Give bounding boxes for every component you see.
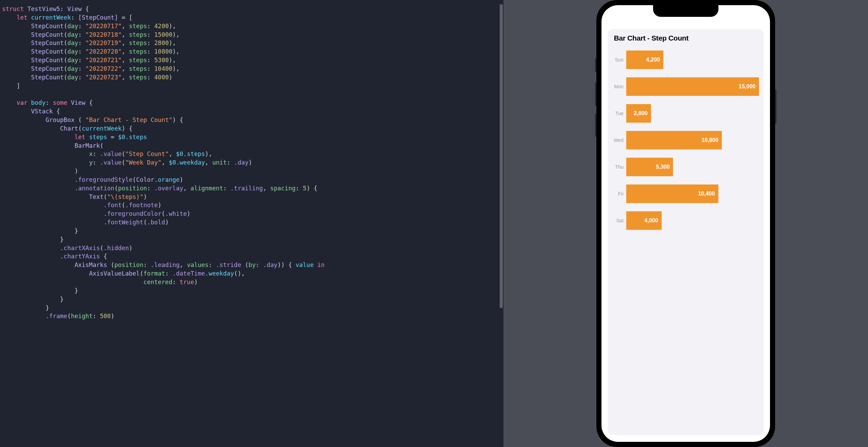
step-count-bar-chart: Sun4,200Mon15,000Tue2,800Wed10,800Thu5,3… xyxy=(612,48,759,230)
code-editor[interactable]: struct TestView5: View { let currentWeek… xyxy=(0,0,503,447)
bar-value-label: 10,800 xyxy=(702,137,718,143)
bar: 15,000 xyxy=(626,77,759,96)
bar: 5,300 xyxy=(626,158,673,176)
bar-track: 5,300 xyxy=(626,158,759,176)
y-axis-label: Wed xyxy=(612,137,626,143)
groupbox-title: Bar Chart - Step Count xyxy=(614,34,759,42)
chart-row: Tue2,800 xyxy=(612,104,759,123)
bar-track: 2,800 xyxy=(626,104,759,123)
device-power-button xyxy=(775,89,777,124)
bar: 2,800 xyxy=(626,104,651,123)
bar-value-label: 10,400 xyxy=(698,191,715,197)
editor-scrollbar[interactable] xyxy=(500,4,503,308)
device-volume-down xyxy=(595,113,596,137)
bar-track: 4,200 xyxy=(626,51,759,69)
bar-track: 10,400 xyxy=(626,185,759,203)
bar: 4,000 xyxy=(626,211,662,230)
y-axis-label: Sun xyxy=(612,57,626,63)
y-axis-label: Tue xyxy=(612,111,626,116)
y-axis-label: Sat xyxy=(612,218,626,223)
bar-track: 15,000 xyxy=(626,77,759,96)
y-axis-label: Thu xyxy=(612,164,626,170)
chart-row: Sun4,200 xyxy=(612,51,759,69)
device-screen: Bar Chart - Step Count Sun4,200Mon15,000… xyxy=(601,5,770,442)
bar-value-label: 2,800 xyxy=(634,110,648,116)
workspace: struct TestView5: View { let currentWeek… xyxy=(0,0,868,447)
iphone-device-frame: Bar Chart - Step Count Sun4,200Mon15,000… xyxy=(596,0,775,447)
bar-track: 10,800 xyxy=(626,131,759,149)
chart-groupbox: Bar Chart - Step Count Sun4,200Mon15,000… xyxy=(608,29,764,435)
bar-value-label: 4,000 xyxy=(644,217,658,224)
bar: 10,400 xyxy=(626,185,718,203)
app-content: Bar Chart - Step Count Sun4,200Mon15,000… xyxy=(601,5,770,442)
device-notch xyxy=(653,5,718,17)
chart-row: Mon15,000 xyxy=(612,77,759,96)
chart-row: Wed10,800 xyxy=(612,131,759,149)
chart-row: Sat4,000 xyxy=(612,211,759,230)
source-code[interactable]: struct TestView5: View { let currentWeek… xyxy=(2,5,497,321)
preview-pane: Bar Chart - Step Count Sun4,200Mon15,000… xyxy=(503,0,868,447)
bar-track: 4,000 xyxy=(626,211,759,230)
bar: 4,200 xyxy=(626,51,663,69)
bar: 10,800 xyxy=(626,131,722,149)
bar-value-label: 5,300 xyxy=(656,164,670,170)
y-axis-label: Fri xyxy=(612,191,626,197)
bar-value-label: 15,000 xyxy=(739,83,756,90)
y-axis-label: Mon xyxy=(612,84,626,89)
chart-row: Fri10,400 xyxy=(612,185,759,203)
device-volume-up xyxy=(595,82,596,106)
code-editor-pane: struct TestView5: View { let currentWeek… xyxy=(0,0,503,447)
chart-row: Thu5,300 xyxy=(612,158,759,176)
device-mute-switch xyxy=(595,58,596,72)
bar-value-label: 4,200 xyxy=(646,57,660,63)
